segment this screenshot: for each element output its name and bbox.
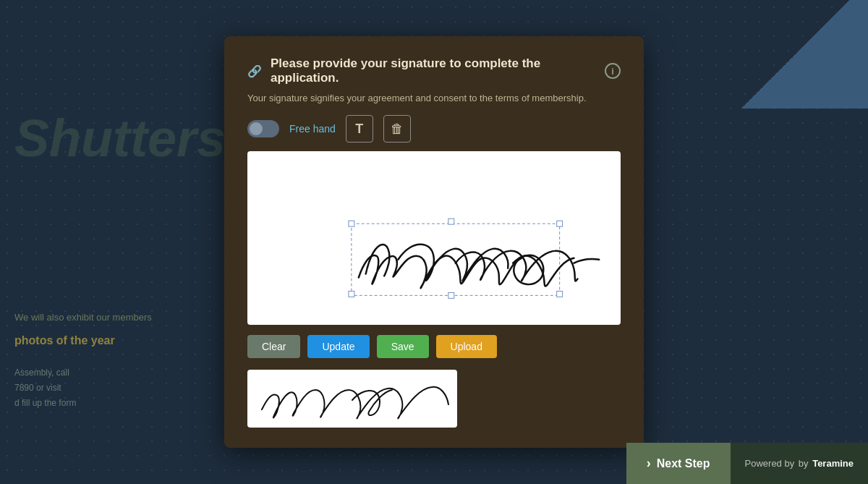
freehand-toggle[interactable] <box>247 120 279 137</box>
signature-preview <box>247 370 457 428</box>
next-step-arrow: › <box>647 456 651 471</box>
powered-by-prefix: Powered by <box>745 458 795 469</box>
modal-header: 🔗 Please provide your signature to compl… <box>247 56 621 85</box>
svg-rect-1 <box>349 221 354 226</box>
upload-button[interactable]: Upload <box>436 335 497 358</box>
signature-modal: 🔗 Please provide your signature to compl… <box>224 36 644 448</box>
svg-rect-5 <box>557 291 563 297</box>
svg-rect-3 <box>557 221 563 226</box>
svg-rect-4 <box>349 291 354 297</box>
text-tool-icon: T <box>355 122 363 137</box>
modal-title: Please provide your signature to complet… <box>271 56 605 85</box>
clear-button[interactable]: Clear <box>247 335 300 358</box>
text-tool-button[interactable]: T <box>346 115 373 143</box>
next-step-label: Next Step <box>657 457 710 470</box>
modal-subtitle: Your signature signifies your agreement … <box>247 93 621 103</box>
signature-canvas[interactable] <box>247 151 621 325</box>
delete-tool-button[interactable]: 🗑 <box>383 115 411 143</box>
svg-rect-6 <box>448 292 454 298</box>
bottom-bar: › Next Step Powered by by Teramine <box>626 443 868 484</box>
powered-by-brand: Teramine <box>812 458 854 469</box>
delete-tool-icon: 🗑 <box>391 122 404 137</box>
link-icon: 🔗 <box>247 64 262 78</box>
powered-by: Powered by by Teramine <box>731 443 868 484</box>
info-icon[interactable]: i <box>605 63 621 79</box>
modal-title-row: 🔗 Please provide your signature to compl… <box>247 56 605 85</box>
save-button[interactable]: Save <box>377 335 429 358</box>
toggle-label: Free hand <box>289 123 336 135</box>
toggle-row: Free hand T 🗑 <box>247 115 621 143</box>
modal-overlay: 🔗 Please provide your signature to compl… <box>0 0 868 484</box>
update-button[interactable]: Update <box>307 335 369 358</box>
svg-rect-2 <box>448 218 454 224</box>
next-step-button[interactable]: › Next Step <box>626 443 731 484</box>
action-buttons: Clear Update Save Upload <box>247 335 621 358</box>
